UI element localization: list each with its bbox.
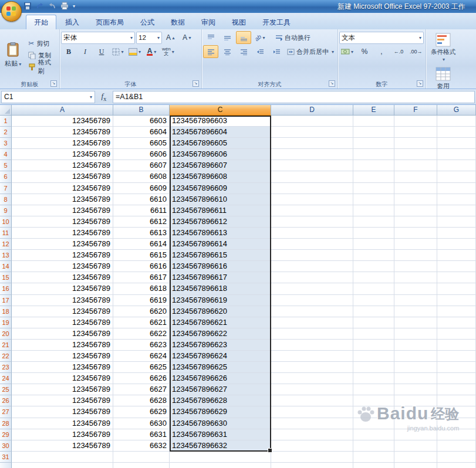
cell-A19[interactable]: 123456789: [12, 317, 113, 328]
cell-G1[interactable]: [437, 116, 476, 127]
cell-E[interactable]: [353, 463, 394, 468]
row-header-12[interactable]: 12: [0, 239, 12, 250]
merge-center-button[interactable]: 合并后居中 ▾: [285, 46, 336, 57]
cell-F10[interactable]: [394, 216, 437, 228]
cell-C2[interactable]: 1234567896604: [170, 127, 271, 138]
cell-B14[interactable]: 6616: [113, 261, 170, 272]
cell-B13[interactable]: 6615: [113, 250, 170, 261]
column-header-D[interactable]: D: [271, 105, 353, 116]
undo-icon[interactable]: [36, 2, 44, 10]
cell-E18[interactable]: [353, 306, 394, 317]
row-header-filler[interactable]: [0, 463, 12, 468]
grow-font-button[interactable]: A▲: [163, 31, 178, 44]
cell-A3[interactable]: 123456789: [12, 138, 113, 149]
cell-D10[interactable]: [271, 216, 353, 228]
cell-D4[interactable]: [271, 149, 353, 160]
row-header-24[interactable]: 24: [0, 373, 12, 384]
column-header-B[interactable]: B: [113, 105, 170, 116]
wrap-text-button[interactable]: 自动换行: [274, 32, 312, 43]
qat-dropdown-icon[interactable]: ▾: [73, 4, 75, 9]
cell-F7[interactable]: [394, 183, 437, 194]
cell-F24[interactable]: [394, 373, 437, 384]
cell-F1[interactable]: [394, 116, 437, 127]
column-header-A[interactable]: A: [12, 105, 113, 116]
cell-B8[interactable]: 6610: [113, 194, 170, 205]
cell-A23[interactable]: 123456789: [12, 362, 113, 373]
cell-D20[interactable]: [271, 328, 353, 340]
row-header-19[interactable]: 19: [0, 317, 12, 328]
cell-E8[interactable]: [353, 194, 394, 205]
cell-B20[interactable]: 6622: [113, 328, 170, 340]
cell-B5[interactable]: 6607: [113, 160, 170, 171]
cell-A26[interactable]: 123456789: [12, 395, 113, 406]
tab-页面布局[interactable]: 页面布局: [88, 15, 131, 29]
cell-B27[interactable]: 6629: [113, 406, 170, 418]
cell-F2[interactable]: [394, 127, 437, 138]
cell-C11[interactable]: 1234567896613: [170, 228, 271, 239]
cell-B12[interactable]: 6614: [113, 239, 170, 250]
cell-D6[interactable]: [271, 171, 353, 182]
row-header-15[interactable]: 15: [0, 272, 12, 283]
cell-B10[interactable]: 6612: [113, 216, 170, 228]
cell-F6[interactable]: [394, 171, 437, 182]
alignment-dialog-launcher-icon[interactable]: ↘: [329, 80, 335, 87]
cell-G3[interactable]: [437, 138, 476, 149]
cell-A11[interactable]: 123456789: [12, 228, 113, 239]
cell-G15[interactable]: [437, 272, 476, 283]
cell-A16[interactable]: 123456789: [12, 283, 113, 294]
phonetic-guide-button[interactable]: wén文 ▾: [160, 45, 176, 58]
cell-B30[interactable]: 6632: [113, 440, 170, 452]
cell-D14[interactable]: [271, 261, 353, 272]
orientation-button[interactable]: ab▾: [252, 31, 268, 44]
cell-E9[interactable]: [353, 205, 394, 216]
font-dialog-launcher-icon[interactable]: ↘: [193, 80, 199, 87]
cell-D28[interactable]: [271, 418, 353, 429]
align-middle-button[interactable]: [220, 31, 235, 44]
cell-C9[interactable]: 1234567896611: [170, 205, 271, 216]
cell-A28[interactable]: 123456789: [12, 418, 113, 429]
tab-数据[interactable]: 数据: [163, 15, 193, 29]
row-header-28[interactable]: 28: [0, 418, 12, 429]
cell-F[interactable]: [394, 463, 437, 468]
cell-A25[interactable]: 123456789: [12, 384, 113, 395]
cell-A31[interactable]: [12, 452, 113, 463]
cell-G21[interactable]: [437, 340, 476, 351]
cell-D27[interactable]: [271, 406, 353, 418]
cell-G23[interactable]: [437, 362, 476, 373]
cell-D[interactable]: [271, 463, 353, 468]
cell-C17[interactable]: 1234567896619: [170, 295, 271, 306]
cell-B25[interactable]: 6627: [113, 384, 170, 395]
font-name-select[interactable]: 宋体▾: [61, 32, 135, 44]
fill-color-button[interactable]: ▾: [127, 45, 143, 58]
cell-D13[interactable]: [271, 250, 353, 261]
cell-E16[interactable]: [353, 283, 394, 294]
cell-A14[interactable]: 123456789: [12, 261, 113, 272]
cell-D3[interactable]: [271, 138, 353, 149]
cell-G31[interactable]: [437, 452, 476, 463]
cell-F11[interactable]: [394, 228, 437, 239]
row-header-8[interactable]: 8: [0, 194, 12, 205]
cell-E14[interactable]: [353, 261, 394, 272]
cell-F20[interactable]: [394, 328, 437, 340]
cell-B23[interactable]: 6625: [113, 362, 170, 373]
cell-D2[interactable]: [271, 127, 353, 138]
format-painter-button[interactable]: 格式刷: [26, 61, 58, 73]
insert-function-button[interactable]: fx: [95, 91, 113, 102]
paste-button[interactable]: 粘贴▾: [1, 30, 25, 80]
cell-G2[interactable]: [437, 127, 476, 138]
cell-E15[interactable]: [353, 272, 394, 283]
font-color-button[interactable]: A▾: [144, 45, 159, 58]
cell-E31[interactable]: [353, 452, 394, 463]
cell-F8[interactable]: [394, 194, 437, 205]
cell-C10[interactable]: 1234567896612: [170, 216, 271, 228]
currency-style-button[interactable]: ▾: [339, 45, 355, 58]
tab-开发工具[interactable]: 开发工具: [255, 15, 298, 29]
cell-G4[interactable]: [437, 149, 476, 160]
cell-B4[interactable]: 6606: [113, 149, 170, 160]
cell-C25[interactable]: 1234567896627: [170, 384, 271, 395]
cell-G24[interactable]: [437, 373, 476, 384]
cell-D18[interactable]: [271, 306, 353, 317]
cell-D7[interactable]: [271, 183, 353, 194]
row-header-25[interactable]: 25: [0, 384, 12, 395]
column-header-E[interactable]: E: [353, 105, 394, 116]
